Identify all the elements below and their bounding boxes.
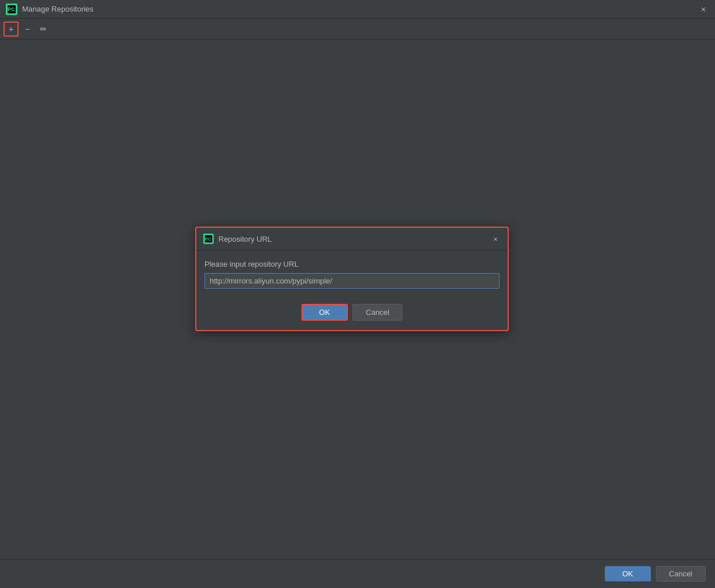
bottom-bar: OK Cancel: [0, 559, 715, 588]
dialog-title-text: Repository URL: [218, 235, 490, 243]
dialog-close-button[interactable]: ×: [490, 234, 501, 244]
repository-url-input[interactable]: [204, 273, 500, 289]
dialog-title-bar: PC Repository URL ×: [196, 228, 508, 250]
dialog-body: Please input repository URL: [196, 250, 508, 298]
dialog-app-logo: PC: [203, 234, 214, 244]
dialog-buttons: OK Cancel: [196, 298, 508, 330]
remove-repository-button[interactable]: −: [20, 21, 35, 37]
app-logo: PC: [6, 3, 17, 15]
window-close-button[interactable]: ×: [698, 3, 709, 15]
dialog-ok-button[interactable]: OK: [301, 304, 348, 321]
svg-text:PC: PC: [205, 236, 211, 242]
cancel-button[interactable]: Cancel: [656, 566, 706, 582]
dialog-cancel-button[interactable]: Cancel: [353, 304, 403, 321]
window-title: Manage Repositories: [22, 5, 94, 13]
repository-url-dialog: PC Repository URL × Please input reposit…: [195, 227, 509, 331]
edit-repository-button[interactable]: ✏: [36, 21, 51, 37]
main-window: PC Manage Repositories × + − ✏ Nothing t…: [0, 0, 715, 588]
toolbar: + − ✏: [0, 19, 715, 40]
title-bar: PC Manage Repositories ×: [0, 0, 715, 19]
add-repository-button[interactable]: +: [3, 21, 19, 37]
ok-button[interactable]: OK: [605, 566, 651, 582]
svg-text:PC: PC: [8, 6, 15, 12]
dialog-input-label: Please input repository URL: [204, 260, 500, 268]
